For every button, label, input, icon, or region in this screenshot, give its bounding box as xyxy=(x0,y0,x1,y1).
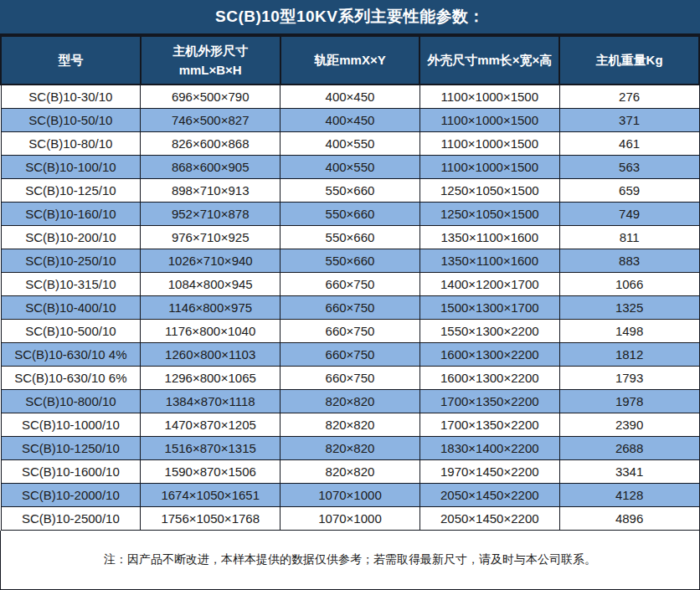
table-cell: 749 xyxy=(559,203,699,226)
table-cell: 1350×1100×1600 xyxy=(419,249,559,273)
table-cell: SC(B)10-400/10 xyxy=(1,296,141,320)
table-row: SC(B)10-630/10 6%1296×800×1065660×750160… xyxy=(1,367,699,390)
table-cell: 696×500×790 xyxy=(141,85,281,109)
col-header-shell-dimensions: 外壳尺寸mm长×宽×高 xyxy=(419,37,559,85)
table-cell: 820×820 xyxy=(281,413,420,437)
table-cell: SC(B)10-630/10 6% xyxy=(1,367,141,390)
table-cell: 1400×1200×1700 xyxy=(419,273,559,296)
table-cell: 1250×1050×1500 xyxy=(419,179,559,203)
table-row: SC(B)10-50/10746×500×827400×4501100×1000… xyxy=(1,109,699,132)
table-cell: 2050×1450×2200 xyxy=(419,507,559,531)
table-cell: 3341 xyxy=(559,460,699,484)
col-header-main-dimensions: 主机外形尺寸 mmL×B×H xyxy=(141,37,281,85)
table-cell: SC(B)10-160/10 xyxy=(1,203,141,226)
table-cell: 1600×1300×2200 xyxy=(419,367,559,390)
table-row: SC(B)10-30/10696×500×790400×4501100×1000… xyxy=(1,85,699,109)
table-cell: SC(B)10-800/10 xyxy=(1,390,141,413)
table-cell: 1260×800×1103 xyxy=(141,343,281,367)
table-cell: 1146×800×975 xyxy=(141,296,281,320)
table-cell: 659 xyxy=(559,179,699,203)
table-cell: 660×750 xyxy=(281,343,420,367)
table-cell: 1470×870×1205 xyxy=(141,413,281,437)
header-row: 型号 主机外形尺寸 mmL×B×H 轨距mmX×Y 外壳尺寸mm长×宽×高 主机… xyxy=(1,37,699,85)
table-cell: 1970×1450×2200 xyxy=(419,460,559,484)
table-cell: 1325 xyxy=(559,296,699,320)
table-cell: SC(B)10-315/10 xyxy=(1,273,141,296)
col-header-main-dimensions-line2: mmL×B×H xyxy=(143,60,278,80)
table-row: SC(B)10-1000/101470×870×1205820×8201700×… xyxy=(1,413,699,437)
table-cell: 1500×1300×1700 xyxy=(419,296,559,320)
table-cell: 976×710×925 xyxy=(141,226,281,249)
table-cell: 400×550 xyxy=(281,156,420,179)
table-cell: 2390 xyxy=(559,413,699,437)
col-header-rail-gauge: 轨距mmX×Y xyxy=(281,37,420,85)
table-cell: SC(B)10-125/10 xyxy=(1,179,141,203)
col-header-main-dimensions-line1: 主机外形尺寸 xyxy=(143,41,278,60)
table-cell: 1830×1400×2200 xyxy=(419,437,559,460)
table-cell: 883 xyxy=(559,249,699,273)
table-cell: 371 xyxy=(559,109,699,132)
table-row: SC(B)10-2000/101674×1050×16511070×100020… xyxy=(1,484,699,507)
table-cell: 898×710×913 xyxy=(141,179,281,203)
table-cell: 276 xyxy=(559,85,699,109)
col-header-model-line1: 型号 xyxy=(3,50,138,69)
table-cell: 1070×1000 xyxy=(281,507,420,531)
table-cell: SC(B)10-500/10 xyxy=(1,320,141,343)
table-row: SC(B)10-1250/101516×870×1315820×8201830×… xyxy=(1,437,699,460)
table-cell: 1100×1000×1500 xyxy=(419,132,559,156)
page-title: SC(B)10型10KV系列主要性能参数： xyxy=(0,0,700,37)
table-cell: 550×660 xyxy=(281,203,420,226)
table-cell: 820×820 xyxy=(281,460,420,484)
table-cell: SC(B)10-2000/10 xyxy=(1,484,141,507)
table-cell: 1070×1000 xyxy=(281,484,420,507)
table-cell: 868×600×905 xyxy=(141,156,281,179)
table-cell: SC(B)10-1600/10 xyxy=(1,460,141,484)
table-cell: 660×750 xyxy=(281,296,420,320)
table-row: SC(B)10-1600/101590×870×1506820×8201970×… xyxy=(1,460,699,484)
table-cell: 1350×1100×1600 xyxy=(419,226,559,249)
table-cell: 746×500×827 xyxy=(141,109,281,132)
table-cell: 1100×1000×1500 xyxy=(419,156,559,179)
table-cell: 400×450 xyxy=(281,85,420,109)
table-cell: 660×750 xyxy=(281,320,420,343)
col-header-rail-gauge-line1: 轨距mmX×Y xyxy=(283,50,418,69)
table-row: SC(B)10-800/101384×870×1118820×8201700×1… xyxy=(1,390,699,413)
col-header-model: 型号 xyxy=(1,37,141,85)
table-cell: 1700×1350×2200 xyxy=(419,413,559,437)
table-cell: 563 xyxy=(559,156,699,179)
table-row: SC(B)10-100/10868×600×905400×5501100×100… xyxy=(1,156,699,179)
table-body: SC(B)10-30/10696×500×790400×4501100×1000… xyxy=(1,85,699,531)
table-cell: 1026×710×940 xyxy=(141,249,281,273)
table-cell: 1590×870×1506 xyxy=(141,460,281,484)
table-cell: SC(B)10-50/10 xyxy=(1,109,141,132)
table-cell: 1812 xyxy=(559,343,699,367)
table-row: SC(B)10-160/10952×710×878550×6601250×105… xyxy=(1,203,699,226)
table-cell: SC(B)10-1000/10 xyxy=(1,413,141,437)
table-cell: SC(B)10-250/10 xyxy=(1,249,141,273)
table-row: SC(B)10-630/10 4%1260×800×1103660×750160… xyxy=(1,343,699,367)
table-cell: 1176×800×1040 xyxy=(141,320,281,343)
table-cell: 400×550 xyxy=(281,132,420,156)
table-cell: 1674×1050×1651 xyxy=(141,484,281,507)
table-cell: 4128 xyxy=(559,484,699,507)
table-cell: SC(B)10-630/10 4% xyxy=(1,343,141,367)
table-row: SC(B)10-80/10826×600×868400×5501100×1000… xyxy=(1,132,699,156)
table-cell: 1296×800×1065 xyxy=(141,367,281,390)
table-cell: 550×660 xyxy=(281,179,420,203)
table-cell: 820×820 xyxy=(281,390,420,413)
table-cell: 1100×1000×1500 xyxy=(419,109,559,132)
table-cell: 1700×1350×2200 xyxy=(419,390,559,413)
table-cell: 1084×800×945 xyxy=(141,273,281,296)
table-cell: 952×710×878 xyxy=(141,203,281,226)
col-header-shell-dimensions-line1: 外壳尺寸mm长×宽×高 xyxy=(422,50,557,69)
table-cell: 1498 xyxy=(559,320,699,343)
table-cell: 1550×1300×2200 xyxy=(419,320,559,343)
spec-table: 型号 主机外形尺寸 mmL×B×H 轨距mmX×Y 外壳尺寸mm长×宽×高 主机… xyxy=(0,37,700,531)
table-cell: 4896 xyxy=(559,507,699,531)
footer-note: 注：因产品不断改进，本样本提供的数据仅供参考；若需取得最新尺寸，请及时与本公司联… xyxy=(0,531,700,590)
table-cell: 1516×870×1315 xyxy=(141,437,281,460)
table-cell: 1100×1000×1500 xyxy=(419,85,559,109)
table-cell: 1384×870×1118 xyxy=(141,390,281,413)
table-cell: SC(B)10-1250/10 xyxy=(1,437,141,460)
table-row: SC(B)10-2500/101756×1050×17681070×100020… xyxy=(1,507,699,531)
